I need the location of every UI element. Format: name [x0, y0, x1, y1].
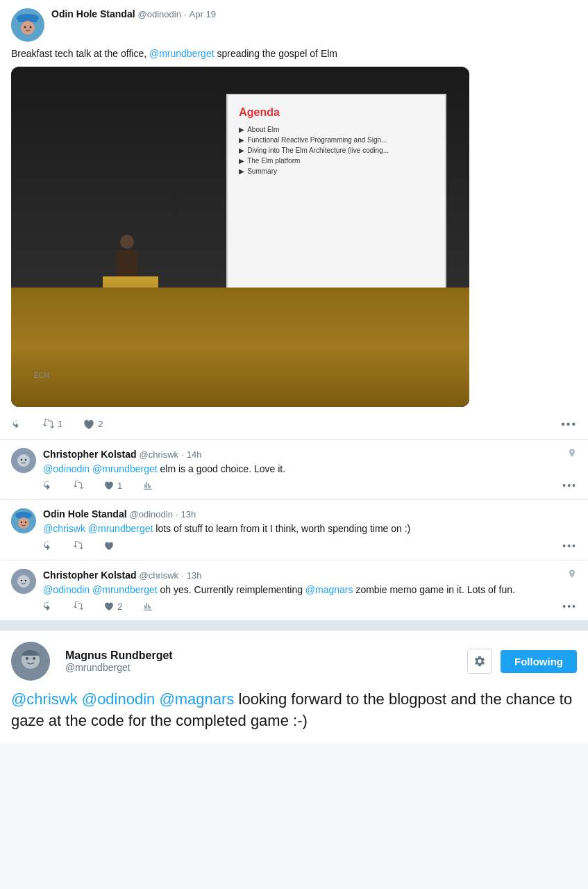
avatar-odin-1[interactable]: [11, 8, 44, 42]
retweet-icon-3: [74, 541, 83, 551]
tweet-dot-3: ·: [176, 509, 178, 520]
following-button[interactable]: Following: [501, 650, 577, 673]
mention-chriswk-3[interactable]: @chriswk: [43, 523, 85, 534]
retweet-btn-4[interactable]: [74, 601, 83, 611]
like-count-2: 1: [117, 481, 122, 491]
mention-chriswk-magnus[interactable]: @chriswk: [11, 690, 78, 708]
tweet-row-2: Christopher Kolstad @chriswk · 14h @odin…: [11, 448, 577, 492]
like-icon: [83, 419, 94, 430]
like-btn-4[interactable]: 2: [104, 601, 122, 612]
ecm-label: ECM: [34, 372, 49, 379]
svg-point-4: [24, 26, 26, 28]
tweet-dot-4: ·: [181, 570, 184, 581]
reply-btn-4[interactable]: [43, 601, 53, 611]
mention-odinodin-magnus[interactable]: @odinodin: [82, 690, 156, 708]
section-separator: [0, 621, 588, 626]
analytics-btn-2[interactable]: [143, 481, 153, 490]
tweet-time-1: ·: [184, 9, 187, 19]
tweet-text-1: Breakfast tech talk at the office, @mrun…: [11, 47, 577, 61]
like-btn-1[interactable]: 2: [83, 419, 103, 430]
svg-point-17: [17, 575, 30, 588]
more-btn-1[interactable]: •••: [561, 418, 577, 431]
slide-item-4: ▶ Summary: [239, 167, 434, 175]
author-handle-2: @chriswk: [140, 449, 179, 460]
tweet-meta-1: Odin Hole Standal @odinodin · Apr 19: [51, 8, 577, 19]
mention-mrundberget-1[interactable]: @mrundberget: [149, 48, 215, 59]
tweet-header-1: Odin Hole Standal @odinodin · Apr 19: [11, 8, 577, 42]
svg-point-7: [17, 454, 30, 467]
author-name-2[interactable]: Christopher Kolstad: [43, 449, 137, 460]
reply-btn-3[interactable]: [43, 541, 53, 551]
analytics-btn-4[interactable]: [143, 601, 153, 611]
mention-magnars-magnus[interactable]: @magnars: [159, 690, 234, 708]
magnus-profile-card: Magnus Rundberget @mrundberget Following…: [0, 626, 588, 743]
avatar-odin-3[interactable]: [11, 508, 36, 533]
svg-point-22: [26, 657, 28, 660]
magnus-avatar[interactable]: [11, 642, 50, 681]
slide-item-0: ▶ About Elm: [239, 126, 434, 133]
tweet-row-4: Christopher Kolstad @chriswk · 13h @odin…: [11, 569, 577, 613]
author-name-3[interactable]: Odin Hole Standal: [43, 508, 127, 520]
reply-icon-4: [43, 601, 53, 611]
more-btn-3[interactable]: •••: [562, 540, 577, 551]
slide-item-3: ▶ The Elm platform: [239, 157, 434, 165]
like-icon-2: [104, 481, 114, 490]
person-body: [117, 250, 137, 278]
mention-mrundberget-4[interactable]: @mrundberget: [92, 584, 158, 595]
like-count-4: 2: [117, 601, 122, 612]
mention-odinodin-2[interactable]: @odinodin: [43, 463, 90, 474]
retweet-btn-2[interactable]: [74, 481, 83, 490]
tweet-time-3: 13h: [181, 509, 196, 520]
reply-btn-2[interactable]: [43, 481, 53, 490]
retweet-btn-1[interactable]: 1: [43, 419, 62, 430]
presentation-scene: Agenda ▶ About Elm ▶ Functional Reactive…: [11, 67, 469, 407]
tweet-card-3: Odin Hole Standal @odinodin · 13h @chris…: [0, 500, 588, 560]
tweet-text-2: @odinodin @mrundberget elm is a good cho…: [43, 463, 577, 476]
retweet-icon-2: [74, 481, 83, 490]
author-name-4[interactable]: Christopher Kolstad: [43, 570, 137, 581]
tweet-actions-3: •••: [43, 540, 577, 551]
author-handle-1[interactable]: @odinodin: [138, 9, 181, 19]
svg-point-15: [25, 522, 26, 523]
person-silhouette: [113, 235, 141, 276]
author-name-1[interactable]: Odin Hole Standal: [51, 8, 135, 19]
svg-point-18: [21, 579, 23, 581]
tweet-image-1: Agenda ▶ About Elm ▶ Functional Reactive…: [11, 67, 469, 407]
tweet-time-val-1: Apr 19: [190, 9, 216, 19]
author-handle-4: @chriswk: [140, 570, 179, 581]
retweet-btn-3[interactable]: [74, 541, 83, 551]
mention-magnars-4[interactable]: @magnars: [305, 584, 353, 595]
tweet-row-3: Odin Hole Standal @odinodin · 13h @chris…: [11, 508, 577, 551]
magnus-name[interactable]: Magnus Rundberget: [65, 649, 467, 662]
reply-btn-1[interactable]: [11, 419, 22, 430]
avatar-christopher-2[interactable]: [11, 448, 36, 473]
tweet-card-2: Christopher Kolstad @chriswk · 14h @odin…: [0, 440, 588, 501]
retweet-count-1: 1: [58, 419, 62, 429]
svg-point-13: [18, 517, 29, 529]
slide-item-1: ▶ Functional Reactive Programming and Si…: [239, 136, 434, 144]
mention-mrundberget-3[interactable]: @mrundberget: [88, 523, 153, 534]
magnus-handle: @mrundberget: [65, 662, 467, 673]
magnus-tweet-text: @chriswk @odinodin @magnars looking forw…: [11, 689, 577, 732]
like-btn-3[interactable]: [104, 541, 114, 551]
slide-item-2: ▶ Diving into The Elm Architecture (live…: [239, 147, 434, 154]
author-line-4: Christopher Kolstad @chriswk · 13h: [43, 569, 577, 581]
tweet-dot-2: ·: [181, 449, 184, 460]
more-btn-2[interactable]: •••: [562, 480, 577, 491]
tweet-card-4: Christopher Kolstad @chriswk · 13h @odin…: [0, 560, 588, 622]
mention-mrundberget-2[interactable]: @mrundberget: [92, 463, 158, 474]
avatar-christopher-4[interactable]: [11, 569, 36, 594]
tweet-content-3: Odin Hole Standal @odinodin · 13h @chris…: [43, 508, 577, 551]
tweet-content-2: Christopher Kolstad @chriswk · 14h @odin…: [43, 448, 577, 492]
analytics-icon-4: [143, 601, 153, 611]
tweet-content-4: Christopher Kolstad @chriswk · 13h @odin…: [43, 569, 577, 613]
like-btn-2[interactable]: 1: [104, 481, 122, 491]
like-count-1: 2: [98, 419, 103, 429]
tweet-card-1: Odin Hole Standal @odinodin · Apr 19 Bre…: [0, 0, 588, 440]
magnus-action-buttons: Following: [467, 649, 577, 674]
more-btn-4[interactable]: •••: [562, 601, 577, 612]
gear-button[interactable]: [467, 649, 492, 674]
svg-point-3: [21, 21, 35, 35]
author-handle-3: @odinodin: [130, 509, 173, 520]
mention-odinodin-4[interactable]: @odinodin: [43, 584, 90, 595]
